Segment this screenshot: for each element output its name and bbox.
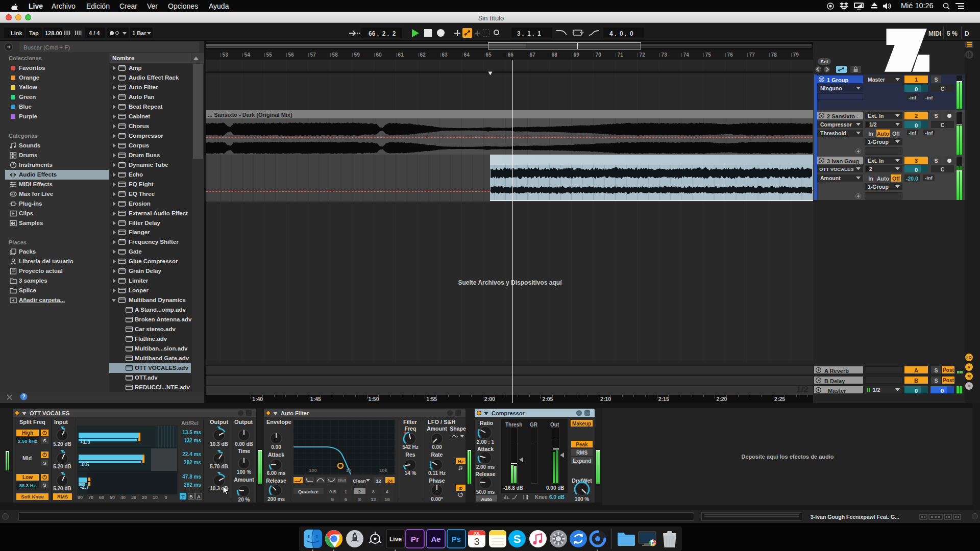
- svg-text:Ae: Ae: [431, 535, 440, 543]
- svg-text:?: ?: [22, 394, 25, 399]
- svg-text:Pr: Pr: [411, 535, 419, 543]
- svg-text:3: 3: [474, 536, 480, 547]
- svg-text:S: S: [513, 533, 521, 545]
- svg-text:10k: 10k: [379, 467, 388, 473]
- svg-text:JUL: JUL: [473, 532, 480, 535]
- svg-text:100: 100: [309, 467, 317, 473]
- svg-text:1k: 1k: [346, 467, 352, 473]
- svg-text:Live: Live: [389, 536, 402, 543]
- svg-text:Ps: Ps: [452, 535, 461, 543]
